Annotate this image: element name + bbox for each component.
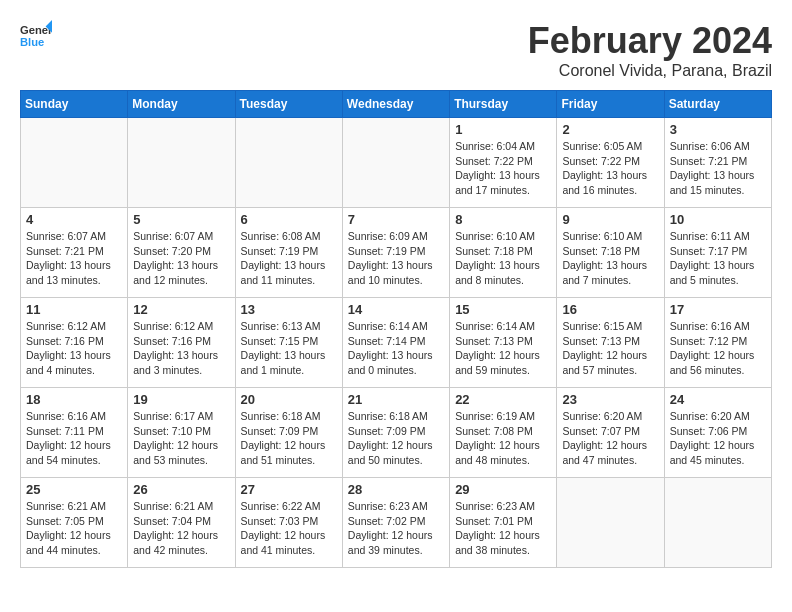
week-row-1: 1Sunrise: 6:04 AMSunset: 7:22 PMDaylight… xyxy=(21,118,772,208)
day-number: 2 xyxy=(562,122,658,137)
weekday-header-saturday: Saturday xyxy=(664,91,771,118)
calendar-cell: 1Sunrise: 6:04 AMSunset: 7:22 PMDaylight… xyxy=(450,118,557,208)
day-number: 27 xyxy=(241,482,337,497)
day-info: Sunrise: 6:14 AMSunset: 7:14 PMDaylight:… xyxy=(348,319,444,378)
calendar-cell: 25Sunrise: 6:21 AMSunset: 7:05 PMDayligh… xyxy=(21,478,128,568)
calendar-cell: 18Sunrise: 6:16 AMSunset: 7:11 PMDayligh… xyxy=(21,388,128,478)
day-info: Sunrise: 6:06 AMSunset: 7:21 PMDaylight:… xyxy=(670,139,766,198)
logo: General Blue xyxy=(20,20,52,52)
day-info: Sunrise: 6:23 AMSunset: 7:02 PMDaylight:… xyxy=(348,499,444,558)
day-info: Sunrise: 6:15 AMSunset: 7:13 PMDaylight:… xyxy=(562,319,658,378)
day-number: 9 xyxy=(562,212,658,227)
calendar-table: SundayMondayTuesdayWednesdayThursdayFrid… xyxy=(20,90,772,568)
day-number: 18 xyxy=(26,392,122,407)
calendar-cell xyxy=(128,118,235,208)
day-info: Sunrise: 6:11 AMSunset: 7:17 PMDaylight:… xyxy=(670,229,766,288)
calendar-cell: 3Sunrise: 6:06 AMSunset: 7:21 PMDaylight… xyxy=(664,118,771,208)
day-info: Sunrise: 6:05 AMSunset: 7:22 PMDaylight:… xyxy=(562,139,658,198)
calendar-cell: 26Sunrise: 6:21 AMSunset: 7:04 PMDayligh… xyxy=(128,478,235,568)
day-number: 22 xyxy=(455,392,551,407)
day-info: Sunrise: 6:18 AMSunset: 7:09 PMDaylight:… xyxy=(241,409,337,468)
calendar-cell: 27Sunrise: 6:22 AMSunset: 7:03 PMDayligh… xyxy=(235,478,342,568)
week-row-3: 11Sunrise: 6:12 AMSunset: 7:16 PMDayligh… xyxy=(21,298,772,388)
day-number: 23 xyxy=(562,392,658,407)
day-number: 21 xyxy=(348,392,444,407)
calendar-cell: 22Sunrise: 6:19 AMSunset: 7:08 PMDayligh… xyxy=(450,388,557,478)
day-number: 10 xyxy=(670,212,766,227)
day-info: Sunrise: 6:10 AMSunset: 7:18 PMDaylight:… xyxy=(562,229,658,288)
calendar-cell: 28Sunrise: 6:23 AMSunset: 7:02 PMDayligh… xyxy=(342,478,449,568)
day-number: 28 xyxy=(348,482,444,497)
day-number: 19 xyxy=(133,392,229,407)
day-number: 4 xyxy=(26,212,122,227)
calendar-cell: 24Sunrise: 6:20 AMSunset: 7:06 PMDayligh… xyxy=(664,388,771,478)
calendar-cell: 2Sunrise: 6:05 AMSunset: 7:22 PMDaylight… xyxy=(557,118,664,208)
day-info: Sunrise: 6:07 AMSunset: 7:20 PMDaylight:… xyxy=(133,229,229,288)
calendar-cell xyxy=(342,118,449,208)
logo-icon: General Blue xyxy=(20,20,52,52)
weekday-header-sunday: Sunday xyxy=(21,91,128,118)
day-info: Sunrise: 6:12 AMSunset: 7:16 PMDaylight:… xyxy=(133,319,229,378)
calendar-cell: 11Sunrise: 6:12 AMSunset: 7:16 PMDayligh… xyxy=(21,298,128,388)
day-number: 12 xyxy=(133,302,229,317)
day-number: 5 xyxy=(133,212,229,227)
calendar-cell: 14Sunrise: 6:14 AMSunset: 7:14 PMDayligh… xyxy=(342,298,449,388)
weekday-header-thursday: Thursday xyxy=(450,91,557,118)
day-info: Sunrise: 6:08 AMSunset: 7:19 PMDaylight:… xyxy=(241,229,337,288)
day-info: Sunrise: 6:23 AMSunset: 7:01 PMDaylight:… xyxy=(455,499,551,558)
day-info: Sunrise: 6:10 AMSunset: 7:18 PMDaylight:… xyxy=(455,229,551,288)
calendar-cell: 17Sunrise: 6:16 AMSunset: 7:12 PMDayligh… xyxy=(664,298,771,388)
calendar-cell: 19Sunrise: 6:17 AMSunset: 7:10 PMDayligh… xyxy=(128,388,235,478)
calendar-cell: 12Sunrise: 6:12 AMSunset: 7:16 PMDayligh… xyxy=(128,298,235,388)
day-info: Sunrise: 6:16 AMSunset: 7:11 PMDaylight:… xyxy=(26,409,122,468)
weekday-header-friday: Friday xyxy=(557,91,664,118)
calendar-cell: 21Sunrise: 6:18 AMSunset: 7:09 PMDayligh… xyxy=(342,388,449,478)
day-number: 20 xyxy=(241,392,337,407)
day-number: 24 xyxy=(670,392,766,407)
day-info: Sunrise: 6:21 AMSunset: 7:05 PMDaylight:… xyxy=(26,499,122,558)
weekday-header-wednesday: Wednesday xyxy=(342,91,449,118)
day-number: 29 xyxy=(455,482,551,497)
header: General Blue February 2024 Coronel Vivid… xyxy=(20,20,772,80)
calendar-cell: 6Sunrise: 6:08 AMSunset: 7:19 PMDaylight… xyxy=(235,208,342,298)
calendar-cell: 29Sunrise: 6:23 AMSunset: 7:01 PMDayligh… xyxy=(450,478,557,568)
calendar-cell: 9Sunrise: 6:10 AMSunset: 7:18 PMDaylight… xyxy=(557,208,664,298)
day-info: Sunrise: 6:18 AMSunset: 7:09 PMDaylight:… xyxy=(348,409,444,468)
calendar-cell: 7Sunrise: 6:09 AMSunset: 7:19 PMDaylight… xyxy=(342,208,449,298)
day-info: Sunrise: 6:04 AMSunset: 7:22 PMDaylight:… xyxy=(455,139,551,198)
day-number: 7 xyxy=(348,212,444,227)
day-info: Sunrise: 6:16 AMSunset: 7:12 PMDaylight:… xyxy=(670,319,766,378)
day-number: 1 xyxy=(455,122,551,137)
calendar-cell: 5Sunrise: 6:07 AMSunset: 7:20 PMDaylight… xyxy=(128,208,235,298)
day-info: Sunrise: 6:14 AMSunset: 7:13 PMDaylight:… xyxy=(455,319,551,378)
calendar-cell: 16Sunrise: 6:15 AMSunset: 7:13 PMDayligh… xyxy=(557,298,664,388)
calendar-cell xyxy=(235,118,342,208)
calendar-cell: 20Sunrise: 6:18 AMSunset: 7:09 PMDayligh… xyxy=(235,388,342,478)
week-row-5: 25Sunrise: 6:21 AMSunset: 7:05 PMDayligh… xyxy=(21,478,772,568)
calendar-cell: 8Sunrise: 6:10 AMSunset: 7:18 PMDaylight… xyxy=(450,208,557,298)
day-info: Sunrise: 6:07 AMSunset: 7:21 PMDaylight:… xyxy=(26,229,122,288)
calendar-cell: 15Sunrise: 6:14 AMSunset: 7:13 PMDayligh… xyxy=(450,298,557,388)
day-info: Sunrise: 6:17 AMSunset: 7:10 PMDaylight:… xyxy=(133,409,229,468)
week-row-4: 18Sunrise: 6:16 AMSunset: 7:11 PMDayligh… xyxy=(21,388,772,478)
day-info: Sunrise: 6:09 AMSunset: 7:19 PMDaylight:… xyxy=(348,229,444,288)
svg-text:Blue: Blue xyxy=(20,36,44,48)
day-number: 8 xyxy=(455,212,551,227)
calendar-cell xyxy=(21,118,128,208)
location-title: Coronel Vivida, Parana, Brazil xyxy=(528,62,772,80)
day-info: Sunrise: 6:19 AMSunset: 7:08 PMDaylight:… xyxy=(455,409,551,468)
day-info: Sunrise: 6:12 AMSunset: 7:16 PMDaylight:… xyxy=(26,319,122,378)
week-row-2: 4Sunrise: 6:07 AMSunset: 7:21 PMDaylight… xyxy=(21,208,772,298)
day-info: Sunrise: 6:22 AMSunset: 7:03 PMDaylight:… xyxy=(241,499,337,558)
calendar-cell: 13Sunrise: 6:13 AMSunset: 7:15 PMDayligh… xyxy=(235,298,342,388)
weekday-header-row: SundayMondayTuesdayWednesdayThursdayFrid… xyxy=(21,91,772,118)
day-number: 14 xyxy=(348,302,444,317)
day-number: 3 xyxy=(670,122,766,137)
day-info: Sunrise: 6:13 AMSunset: 7:15 PMDaylight:… xyxy=(241,319,337,378)
title-section: February 2024 Coronel Vivida, Parana, Br… xyxy=(528,20,772,80)
month-title: February 2024 xyxy=(528,20,772,62)
calendar-cell xyxy=(557,478,664,568)
day-info: Sunrise: 6:20 AMSunset: 7:07 PMDaylight:… xyxy=(562,409,658,468)
calendar-cell xyxy=(664,478,771,568)
day-info: Sunrise: 6:21 AMSunset: 7:04 PMDaylight:… xyxy=(133,499,229,558)
